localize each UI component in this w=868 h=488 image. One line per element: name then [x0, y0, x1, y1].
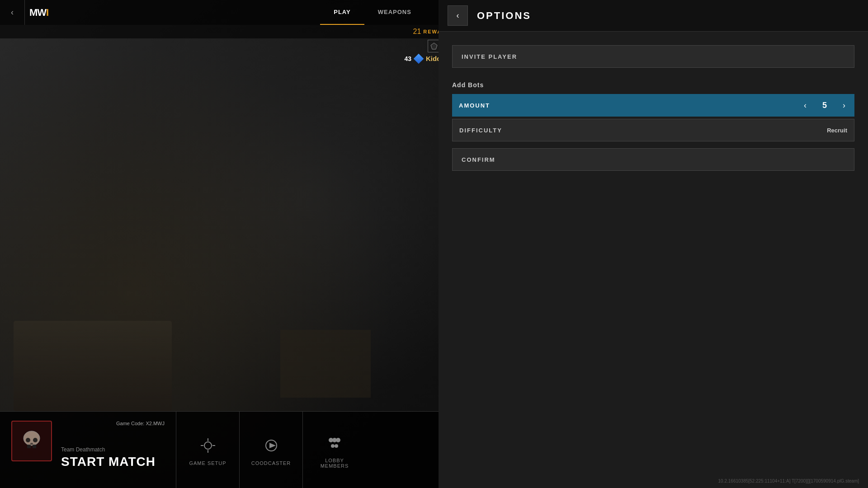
start-match-section[interactable]: Game Code: X2.MWJ Team Deathmatch START …: [0, 412, 176, 488]
svg-point-7: [204, 442, 212, 449]
difficulty-row[interactable]: DIFFICULTY Recruit: [452, 119, 854, 141]
nav-logo: MWI: [29, 7, 48, 19]
difficulty-label: DIFFICULTY: [459, 127, 827, 134]
match-title: START MATCH: [61, 455, 165, 469]
amount-label: AMOUNT: [459, 102, 802, 109]
confirm-label: CONFIRM: [462, 156, 495, 163]
options-back-button[interactable]: ‹: [448, 5, 468, 26]
amount-control: ‹ 5 ›: [802, 99, 848, 113]
nav-weapons[interactable]: WEAPONS: [364, 0, 425, 25]
add-bots-section: Add Bots AMOUNT ‹ 5 › DIFFICULTY Recruit…: [452, 81, 854, 171]
skull-icon: [11, 421, 52, 461]
amount-value: 5: [818, 101, 831, 110]
amount-decrease-button[interactable]: ‹: [802, 99, 809, 113]
difficulty-value: Recruit: [827, 127, 847, 134]
skull-icon-container: [11, 421, 52, 461]
bg-crates: [280, 330, 371, 398]
svg-point-17: [331, 444, 335, 448]
amount-increase-button[interactable]: ›: [840, 99, 848, 113]
svg-rect-2: [27, 445, 31, 448]
lobby-icon: [323, 432, 346, 454]
svg-point-6: [30, 443, 33, 445]
match-type: Team Deathmatch: [61, 446, 165, 453]
coodcaster-icon: [260, 434, 283, 457]
game-setup-icon: [197, 434, 219, 457]
confirm-button[interactable]: CONFIRM: [452, 148, 854, 171]
coodcaster-label: COODCASTER: [251, 460, 291, 466]
version-info: 10.2.16610385[52:225:11104+11:A] T[7200]…: [718, 479, 859, 483]
options-panel: ‹ OPTIONS INVITE PLAYER Add Bots AMOUNT …: [439, 0, 868, 488]
nav-play[interactable]: PLAY: [320, 0, 364, 25]
options-title: OPTIONS: [477, 10, 531, 22]
options-header: ‹ OPTIONS: [439, 0, 868, 32]
skull-svg: [18, 427, 45, 455]
svg-point-18: [335, 444, 338, 448]
match-info: Team Deathmatch START MATCH: [61, 446, 165, 469]
bg-vehicle: [14, 321, 172, 411]
lobby-section[interactable]: LOBBYMEMBERS: [303, 412, 366, 488]
svg-marker-0: [431, 43, 437, 49]
invite-player-button[interactable]: INVITE PLAYER: [452, 45, 854, 68]
rank-icon: [430, 42, 438, 50]
nav-back-button[interactable]: ‹: [0, 0, 25, 25]
svg-point-4: [26, 438, 30, 442]
coodcaster-section[interactable]: COODCASTER: [240, 412, 303, 488]
svg-rect-3: [33, 445, 36, 448]
player-gem-icon: [414, 53, 424, 64]
game-setup-label: GAME SETUP: [189, 460, 226, 466]
add-bots-label: Add Bots: [452, 81, 854, 89]
amount-row: AMOUNT ‹ 5 ›: [452, 94, 854, 117]
invite-player-label: INVITE PLAYER: [462, 53, 517, 60]
lobby-label: LOBBYMEMBERS: [321, 458, 349, 469]
logo-text: MWI: [29, 7, 48, 19]
bottom-action-bar: Game Code: X2.MWJ Team Deathmatch START …: [0, 411, 439, 488]
svg-marker-13: [269, 443, 276, 448]
options-content: INVITE PLAYER Add Bots AMOUNT ‹ 5 › DIFF…: [439, 32, 868, 191]
svg-point-5: [33, 438, 38, 442]
game-setup-section[interactable]: GAME SETUP: [176, 412, 240, 488]
svg-point-16: [336, 438, 340, 442]
